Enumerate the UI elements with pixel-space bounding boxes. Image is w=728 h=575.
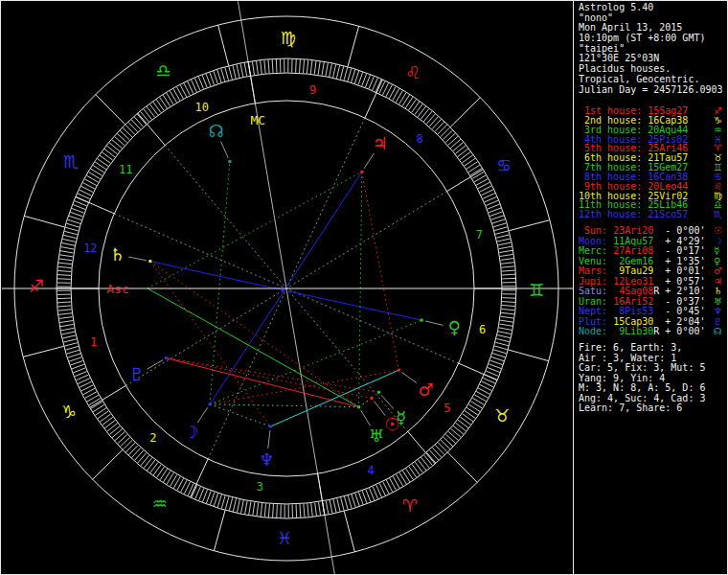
degree-tick bbox=[344, 67, 348, 80]
degree-tick bbox=[233, 498, 236, 512]
degree-tick bbox=[418, 460, 426, 471]
degree-tick bbox=[100, 155, 110, 163]
degree-tick bbox=[319, 502, 321, 516]
degree-tick bbox=[104, 149, 115, 157]
aspect-line bbox=[150, 262, 271, 427]
degree-tick bbox=[57, 306, 71, 307]
sign-boundary-spoke bbox=[344, 511, 354, 552]
degree-tick bbox=[494, 227, 507, 231]
degree-tick bbox=[333, 499, 336, 513]
degree-tick bbox=[253, 502, 255, 516]
info-panel: Astrolog 5.40"nono"Mon April 13, 201510:… bbox=[579, 1, 727, 574]
degree-tick bbox=[340, 66, 343, 80]
degree-tick bbox=[62, 239, 76, 242]
degree-tick bbox=[486, 200, 498, 205]
header-text: "taipei" bbox=[579, 43, 625, 54]
planet-deviation: + 2°04' bbox=[659, 316, 705, 327]
degree-tick bbox=[141, 455, 149, 466]
degree-tick bbox=[240, 63, 243, 77]
degree-tick bbox=[435, 122, 444, 131]
degree-tick bbox=[70, 212, 82, 217]
sign-boundary-spoke bbox=[93, 449, 123, 479]
degree-tick bbox=[153, 465, 161, 475]
degree-tick bbox=[448, 431, 458, 440]
degree-tick bbox=[57, 275, 71, 276]
planet-dot-saturn bbox=[148, 260, 151, 263]
degree-tick bbox=[362, 74, 367, 86]
house-number-4: 4 bbox=[368, 464, 375, 477]
aspect-line bbox=[166, 358, 378, 393]
degree-tick bbox=[276, 59, 277, 73]
degree-tick bbox=[500, 254, 513, 256]
degree-tick bbox=[210, 493, 215, 505]
house-number-11: 11 bbox=[119, 163, 132, 176]
degree-tick bbox=[225, 496, 229, 509]
degree-tick bbox=[249, 501, 251, 515]
planet-glyph-mercury: ☿ bbox=[396, 407, 406, 427]
planet-dot-pluto bbox=[165, 356, 168, 359]
degree-tick bbox=[120, 130, 129, 140]
house-number-3: 3 bbox=[257, 480, 263, 494]
degree-tick bbox=[62, 335, 76, 338]
degree-tick bbox=[326, 62, 329, 76]
degree-tick bbox=[441, 440, 450, 449]
planet-deviation: + 0°00' bbox=[659, 326, 705, 336]
planet-dot-sun bbox=[371, 397, 374, 400]
degree-tick bbox=[458, 420, 468, 428]
degree-tick bbox=[60, 251, 74, 253]
degree-tick bbox=[315, 503, 317, 517]
planet-icon: ☿ bbox=[714, 246, 719, 257]
degree-tick bbox=[432, 448, 441, 457]
degree-tick bbox=[68, 354, 80, 357]
sign-boundary-spoke bbox=[96, 95, 125, 125]
degree-tick bbox=[498, 242, 512, 245]
planet-deviation: + 2°10' bbox=[659, 286, 705, 296]
house-cusp-table: 1st house: 15Sag27♐ 2nd house: 16Cap38♑ … bbox=[579, 106, 727, 219]
degree-tick bbox=[272, 59, 273, 73]
stat-text: Air : 3, Water: 1 bbox=[579, 353, 676, 363]
degree-tick bbox=[497, 335, 511, 338]
degree-tick bbox=[273, 504, 274, 518]
planet-label: Nept: bbox=[579, 306, 607, 316]
element-statistics: Fire: 6, Earth: 3,Air : 3, Water: 1Car: … bbox=[579, 343, 727, 414]
degree-tick bbox=[202, 75, 207, 87]
stat-line: Learn: 7, Share: 6 bbox=[579, 403, 727, 414]
planet-label: Jupi: bbox=[579, 276, 607, 287]
degree-tick bbox=[344, 496, 348, 509]
degree-tick bbox=[352, 70, 355, 82]
degree-tick bbox=[112, 429, 123, 438]
degree-tick bbox=[57, 302, 71, 303]
planet-label: Node: bbox=[579, 326, 607, 336]
header-text: Tropical, Geocentric. bbox=[579, 74, 699, 84]
degree-tick bbox=[444, 437, 453, 447]
degree-tick bbox=[369, 77, 374, 89]
degree-tick bbox=[68, 219, 80, 223]
degree-tick bbox=[362, 491, 367, 503]
degree-tick bbox=[58, 263, 72, 264]
house-cusp-spoke bbox=[365, 80, 382, 118]
aspect-line bbox=[150, 262, 421, 321]
planet-position: 16Ari52 bbox=[607, 296, 653, 307]
degree-tick bbox=[120, 437, 129, 447]
planet-table: Sun: 23Ari20 - 0°00'☉Moon: 11Aqu57 + 4°2… bbox=[579, 226, 727, 337]
degree-tick bbox=[199, 488, 204, 500]
aspect-line bbox=[150, 262, 359, 407]
degree-tick bbox=[502, 274, 515, 275]
house-number-6: 6 bbox=[479, 323, 486, 336]
degree-tick bbox=[150, 462, 158, 472]
degree-tick bbox=[502, 278, 515, 279]
planet-glyph-node: ☊ bbox=[209, 121, 224, 141]
degree-tick bbox=[415, 104, 422, 114]
degree-tick bbox=[337, 498, 340, 512]
degree-tick bbox=[257, 503, 259, 517]
degree-tick bbox=[102, 152, 112, 160]
degree-tick bbox=[369, 488, 374, 500]
degree-tick bbox=[435, 445, 444, 454]
planet-glyph-uranus: ♅ bbox=[369, 426, 384, 446]
degree-tick bbox=[460, 151, 470, 159]
degree-tick bbox=[229, 497, 232, 511]
degree-tick bbox=[118, 434, 127, 443]
degree-tick bbox=[100, 414, 110, 422]
degree-tick bbox=[412, 464, 420, 474]
planet-pointer-mars bbox=[402, 373, 417, 383]
